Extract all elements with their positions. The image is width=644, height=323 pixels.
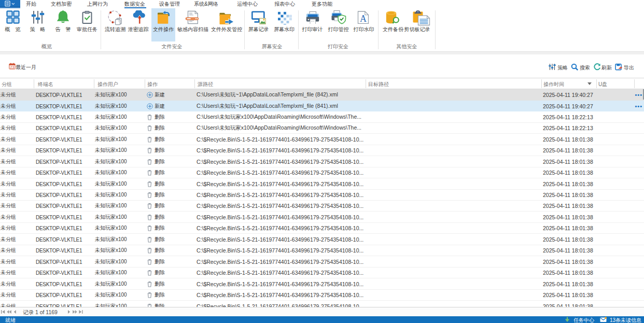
svg-text:23: 23: [10, 65, 15, 69]
svg-text:A: A: [359, 13, 366, 24]
